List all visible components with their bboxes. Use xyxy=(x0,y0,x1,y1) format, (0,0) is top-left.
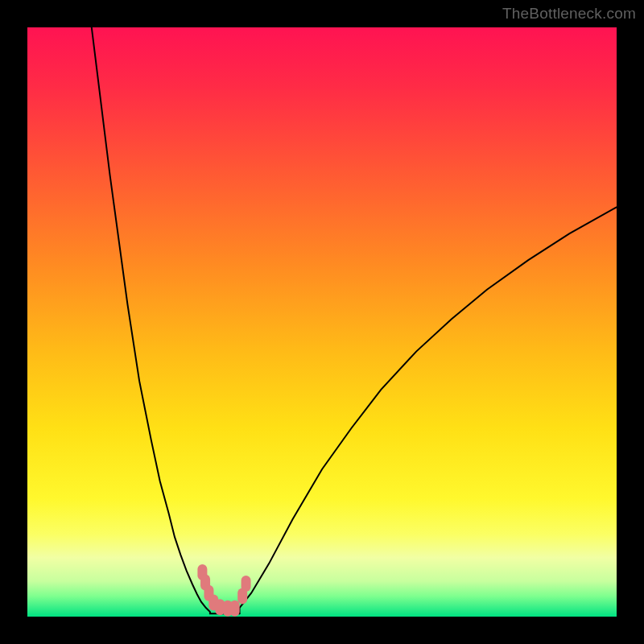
watermark-text: TheBottleneck.com xyxy=(502,5,636,23)
plot-area xyxy=(27,27,617,617)
valley-marker xyxy=(242,576,251,592)
bottleneck-chart xyxy=(27,27,617,617)
gradient-background xyxy=(27,27,617,617)
valley-marker xyxy=(230,601,240,617)
